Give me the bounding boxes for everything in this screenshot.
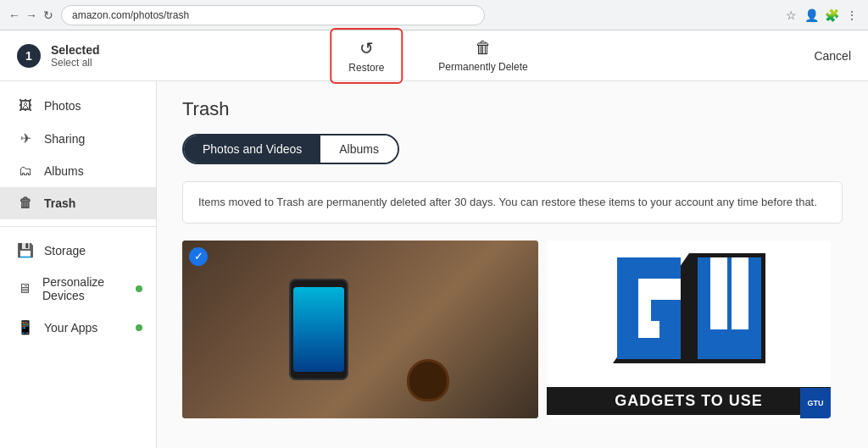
sidebar-divider-1 (0, 226, 156, 227)
page-title: Trash (182, 98, 843, 120)
svg-rect-10 (659, 300, 681, 342)
sidebar-item-sharing[interactable]: ✈ Sharing (0, 122, 156, 155)
restore-button[interactable]: ↺ Restore (338, 33, 394, 79)
sidebar-label-trash: Trash (44, 196, 75, 210)
sidebar: 🖼 Photos ✈ Sharing 🗂 Albums 🗑 Trash 💾 St… (0, 81, 157, 448)
permanently-delete-button[interactable]: 🗑 Permanently Delete (428, 33, 537, 78)
albums-icon: 🗂 (17, 163, 34, 179)
phone-screen (293, 287, 344, 372)
gtu-logo (547, 241, 831, 376)
photo-placeholder-gtu: GADGETS TO USE (547, 241, 831, 418)
coffee-cup-simulation (407, 359, 449, 401)
tab-bar: Photos and Videos Albums (182, 134, 399, 164)
photo-placeholder-coffee (182, 241, 538, 418)
photo-thumb-1 (182, 241, 538, 418)
apps-dot (136, 324, 142, 331)
selected-badge: 1 (17, 44, 41, 68)
check-circle-2: ○ (554, 247, 572, 266)
svg-rect-4 (698, 257, 761, 359)
address-bar[interactable]: amazon.com/photos/trash (61, 5, 485, 25)
back-button[interactable]: ← (8, 9, 20, 21)
sidebar-item-your-apps[interactable]: 📱 Your Apps (0, 311, 156, 344)
profile-icon[interactable]: 👤 (804, 8, 819, 23)
sidebar-label-sharing: Sharing (44, 132, 85, 146)
reload-button[interactable]: ↻ (42, 9, 54, 21)
selected-text: Selected Select all (51, 43, 100, 69)
browser-right-controls: ☆ 👤 🧩 ⋮ (783, 8, 860, 23)
sidebar-label-storage: Storage (44, 244, 86, 257)
restore-icon: ↺ (359, 38, 374, 58)
apps-icon: 📱 (17, 319, 34, 335)
svg-rect-8 (617, 257, 681, 279)
content-area: Trash Photos and Videos Albums Items mov… (157, 81, 868, 448)
check-circle-1: ✓ (189, 247, 208, 266)
phone-simulation (289, 279, 348, 380)
watermark-icon: GTU (800, 388, 831, 418)
select-all-link[interactable]: Select all (51, 57, 100, 69)
main-layout: 🖼 Photos ✈ Sharing 🗂 Albums 🗑 Trash 💾 St… (0, 81, 868, 448)
sidebar-label-photos: Photos (44, 99, 81, 113)
gtu-text: GADGETS TO USE (547, 387, 831, 415)
sidebar-item-trash[interactable]: 🗑 Trash (0, 187, 156, 219)
svg-rect-6 (732, 257, 748, 329)
cancel-button[interactable]: Cancel (814, 49, 851, 63)
sidebar-label-your-apps: Your Apps (44, 321, 97, 335)
permanently-delete-label: Permanently Delete (438, 61, 527, 73)
sidebar-item-albums[interactable]: 🗂 Albums (0, 155, 156, 187)
sidebar-item-personalize-devices[interactable]: 🖥 Personalize Devices (0, 267, 156, 311)
sidebar-item-storage[interactable]: 💾 Storage (0, 234, 156, 267)
browser-chrome: ← → ↻ amazon.com/photos/trash ☆ 👤 🧩 ⋮ (0, 0, 868, 30)
trash-icon: 🗑 (17, 196, 34, 211)
url-text: amazon.com/photos/trash (72, 9, 189, 21)
sidebar-label-albums: Albums (44, 164, 84, 178)
info-box: Items moved to Trash are permanently del… (182, 181, 843, 224)
sidebar-label-personalize-devices: Personalize Devices (42, 275, 139, 302)
delete-icon: 🗑 (475, 38, 492, 58)
selected-info: 1 Selected Select all (17, 43, 100, 69)
sidebar-item-photos[interactable]: 🖼 Photos (0, 90, 156, 122)
action-buttons: ↺ Restore 🗑 Permanently Delete (330, 28, 537, 84)
restore-wrapper: ↺ Restore (330, 28, 403, 84)
photo-item-2[interactable]: ○ (547, 241, 831, 418)
devices-icon: 🖥 (17, 281, 32, 296)
tab-photos-videos[interactable]: Photos and Videos (184, 136, 320, 163)
storage-icon: 💾 (17, 242, 34, 258)
browser-controls: ← → ↻ (8, 9, 54, 21)
extensions-icon[interactable]: 🧩 (824, 8, 839, 23)
browser-menu-icon[interactable]: ⋮ (844, 8, 860, 23)
photo-item-1[interactable]: ✓ (182, 241, 538, 418)
svg-rect-5 (710, 257, 727, 329)
action-bar: 1 Selected Select all ↺ Restore 🗑 Perman… (0, 30, 868, 81)
personalize-dot (136, 285, 142, 292)
selected-label: Selected (51, 43, 100, 57)
forward-button[interactable]: → (25, 9, 37, 21)
gtu-graphic (613, 253, 765, 363)
restore-label: Restore (348, 62, 384, 74)
sharing-icon: ✈ (17, 130, 34, 147)
tab-albums[interactable]: Albums (320, 136, 398, 163)
photo-grid: ✓ ○ (182, 241, 843, 418)
photos-icon: 🖼 (17, 98, 34, 113)
bookmark-icon[interactable]: ☆ (783, 8, 798, 23)
